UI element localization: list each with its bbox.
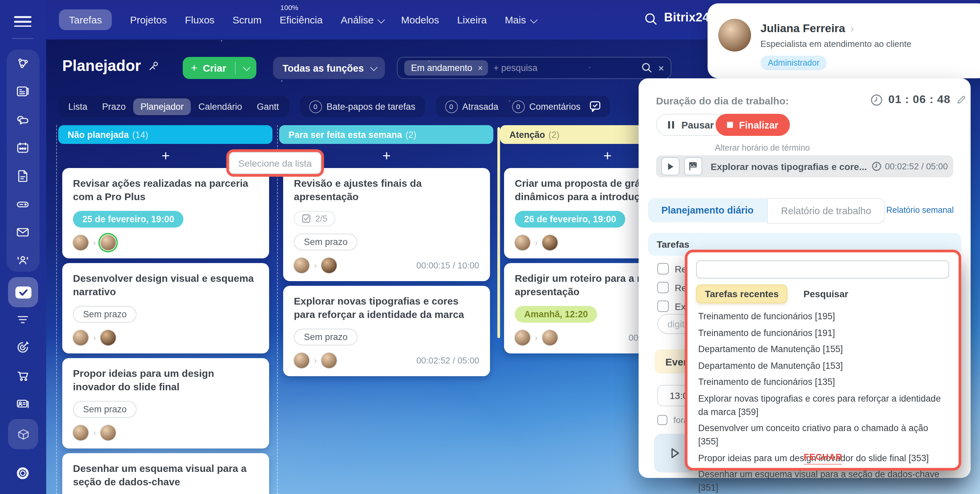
list-item[interactable]: Treinamento de funcionários [195] [698,310,949,323]
play-task-button[interactable] [661,157,679,175]
overdue-counter[interactable]: 0Atrasada [438,100,505,113]
inventory-icon[interactable] [8,419,38,449]
change-end-time-link[interactable]: Alterar horário de término [715,143,810,152]
tab-prazo[interactable]: Prazo [95,98,133,115]
checklist-badge[interactable]: 2/5 [294,211,336,226]
weekly-report-link[interactable]: Relatório semanal [886,205,954,215]
task-card[interactable]: Revisar ações realizadas na parceria com… [62,168,269,258]
user-profile-card[interactable]: Juliana Ferreira› Especialista em atendi… [708,3,980,78]
crm-icon[interactable] [15,312,30,327]
nav-item-fluxos[interactable]: Fluxos [185,14,214,25]
due-date-badge[interactable]: Amanhã, 12:20 [515,306,597,322]
tab-planejador[interactable]: Planejador [133,98,191,115]
avatar[interactable] [73,425,88,440]
task-search-bar[interactable]: Em andamento × + pesquisa × [397,57,671,79]
nav-item-eficiencia[interactable]: 100%Eficiência [280,14,323,25]
due-date-badge[interactable]: 26 de fevereiro, 19:00 [515,211,625,227]
due-date-badge[interactable]: 25 de fevereiro, 19:00 [73,211,184,227]
create-button[interactable]: + Criar [183,57,256,79]
avatar[interactable] [542,330,558,345]
column-header[interactable]: Para ser feita esta semana(2) [279,125,493,144]
avatar[interactable] [542,235,558,250]
employees-icon[interactable] [15,253,30,268]
checkbox[interactable] [657,300,669,312]
drive-icon[interactable] [15,197,30,211]
list-item[interactable]: Desenhar um esquema visual para a seção … [698,468,949,494]
task-row-hidden[interactable]: Re [657,263,687,275]
global-search-icon[interactable] [644,12,658,26]
task-card[interactable]: Revisão e ajustes finais da apresentação… [283,168,490,281]
search-clear-icon[interactable]: × [658,62,664,74]
settings-gear-icon[interactable] [15,466,30,481]
contact-center-icon[interactable] [15,396,30,411]
documents-icon[interactable] [15,169,30,183]
tab-gantt[interactable]: Gantt [249,98,286,115]
due-date-badge[interactable]: Sem prazo [73,400,137,417]
mail-icon[interactable] [15,225,30,240]
news-feed-icon[interactable] [15,84,30,99]
column-header[interactable]: Não planejada(14) [58,125,272,144]
avatar[interactable] [73,235,88,250]
sales-cart-icon[interactable] [15,368,30,383]
tab-lista[interactable]: Lista [61,98,95,115]
task-chats-counter[interactable]: 0Bate-papos de tarefas [302,100,422,113]
avatar[interactable] [294,353,309,368]
list-item[interactable]: Treinamento de funcionários [135] [698,375,949,389]
finish-button[interactable]: Finalizar [716,114,790,136]
nav-item-projetos[interactable]: Projetos [130,14,167,25]
edit-pencil-icon[interactable] [956,94,967,105]
sidebar-item-tasks-active[interactable] [8,277,38,307]
avatar[interactable] [101,425,116,440]
tab-relatorio-de-trabalho[interactable]: Relatório de trabalho [767,198,885,224]
task-card[interactable]: Desenhar um esquema visual para a seção … [62,453,269,494]
chevron-down-icon[interactable] [243,63,250,71]
due-date-badge[interactable]: Sem prazo [294,329,358,345]
list-item[interactable]: Treinamento de funcionários [191] [698,326,949,340]
search-icon[interactable] [641,62,653,74]
avatar[interactable] [321,258,337,273]
checkbox-row-hidden[interactable]: fora [657,415,689,425]
tab-planejamento-diario[interactable]: Planejamento diário [648,198,767,222]
avatar[interactable] [718,19,751,52]
checkbox[interactable] [657,282,669,293]
due-date-badge[interactable]: Sem prazo [73,306,137,322]
comments-counter[interactable]: 0Comentários [505,100,587,113]
nav-item-modelos[interactable]: Modelos [401,14,439,25]
nav-item-scrum[interactable]: Scrum [232,14,262,25]
nav-item-lixeira[interactable]: Lixeira [457,14,487,25]
nav-item-tarefas[interactable]: Tarefas [59,10,112,30]
tab-calendario[interactable]: Calendário [191,98,250,115]
pin-icon[interactable] [148,60,159,71]
chat-check-icon[interactable] [589,100,602,113]
list-item[interactable]: Departamento de Manutenção [155] [698,343,949,356]
chip-close-icon[interactable]: × [477,63,483,73]
task-card[interactable]: Propor ideias para um design inovador do… [62,358,269,448]
finish-task-flag-button[interactable] [684,157,702,175]
avatar[interactable] [515,235,530,250]
checkbox[interactable] [657,263,669,275]
avatar[interactable] [101,330,116,345]
select-from-list-button[interactable]: Selecione da lista [229,152,321,174]
community-icon[interactable] [15,56,30,71]
tab-tarefas-recentes[interactable]: Tarefas recentes [696,284,788,303]
list-item[interactable]: Departamento de Manutenção [153] [698,359,949,373]
current-task-bar[interactable]: Explorar novas tipografias e core... 00:… [656,155,953,177]
messenger-icon[interactable] [15,113,30,127]
marketing-icon[interactable] [15,340,30,355]
due-date-badge[interactable]: Sem prazo [294,233,358,250]
tab-pesquisar[interactable]: Pesquisar [803,289,848,299]
avatar[interactable] [515,330,530,345]
list-item[interactable]: Explorar novas tipografias e cores para … [698,392,949,419]
calendar-icon[interactable] [15,141,30,155]
nav-item-analise[interactable]: Análise [341,14,383,25]
functions-filter-button[interactable]: Todas as funções [273,57,385,79]
task-card[interactable]: Desenvolver design visual e esquema narr… [62,263,269,353]
avatar[interactable] [73,330,88,345]
dropdown-search-input[interactable] [696,261,949,278]
filter-chip-em-andamento[interactable]: Em andamento × [404,60,488,76]
checkbox[interactable] [657,415,667,425]
task-card[interactable]: Explorar novas tipografias e cores para … [283,286,490,376]
avatar[interactable] [294,258,309,273]
nav-item-mais[interactable]: Mais [505,14,535,25]
close-button[interactable]: FECHAR [803,452,842,465]
